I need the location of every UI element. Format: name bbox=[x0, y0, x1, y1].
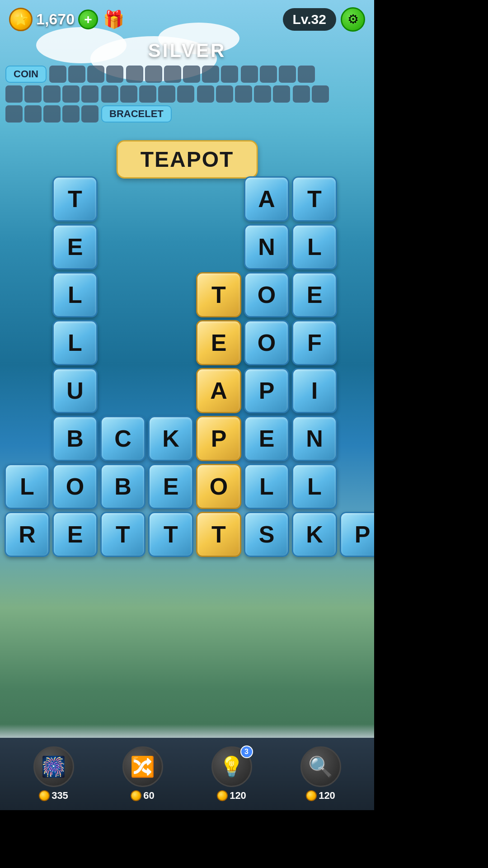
letter-tile-gold[interactable]: O bbox=[196, 464, 241, 509]
letter-tile[interactable]: T bbox=[148, 512, 193, 557]
letter-grid: T A T E N L L T O E L E O F bbox=[0, 176, 374, 560]
gift-icon[interactable]: 🎁 bbox=[102, 8, 125, 31]
rocket-tool-button[interactable]: 🎆 335 bbox=[33, 746, 74, 802]
slot bbox=[221, 66, 238, 83]
cost-coin-icon bbox=[306, 790, 317, 801]
magnifier-icon: 🔍 bbox=[300, 746, 341, 787]
tile-empty bbox=[5, 176, 50, 222]
coins-area: ⭐ 1,670 + 🎁 bbox=[9, 8, 125, 31]
settings-button[interactable]: ⚙ bbox=[341, 7, 365, 32]
word-group-4 bbox=[241, 66, 315, 83]
letter-tile[interactable]: L bbox=[52, 320, 98, 365]
slot bbox=[312, 85, 329, 103]
slot bbox=[81, 105, 99, 123]
letter-tile[interactable]: B bbox=[52, 416, 98, 461]
slot bbox=[24, 105, 42, 123]
slot bbox=[177, 85, 194, 103]
letter-tile-gold[interactable]: P bbox=[196, 416, 241, 461]
tile-empty bbox=[148, 176, 193, 222]
letter-tile[interactable]: L bbox=[5, 464, 50, 509]
magnifier-cost: 120 bbox=[306, 790, 335, 802]
hint-cost: 120 bbox=[217, 790, 246, 802]
grid-row-2: E N L bbox=[5, 224, 370, 269]
letter-tile[interactable]: L bbox=[292, 464, 337, 509]
letter-tile-gold[interactable]: E bbox=[196, 320, 241, 365]
tile-empty bbox=[340, 416, 374, 461]
word-group-6 bbox=[101, 85, 194, 103]
coin-count: 1,670 bbox=[36, 10, 75, 28]
tile-empty bbox=[5, 320, 50, 365]
slot bbox=[158, 85, 175, 103]
slot bbox=[216, 85, 233, 103]
letter-tile[interactable]: L bbox=[292, 224, 337, 269]
word-group-2 bbox=[49, 66, 123, 83]
letter-tile[interactable]: P bbox=[244, 368, 289, 413]
letter-tile[interactable]: B bbox=[100, 464, 145, 509]
letter-tile-gold[interactable]: T bbox=[196, 272, 241, 317]
tile-empty bbox=[340, 224, 374, 269]
slot bbox=[298, 66, 315, 83]
grid-row-7: L O B E O L L bbox=[5, 464, 370, 509]
letter-tile[interactable]: K bbox=[292, 512, 337, 557]
letter-tile[interactable]: O bbox=[52, 464, 98, 509]
slot bbox=[260, 66, 277, 83]
letter-tile[interactable]: N bbox=[292, 416, 337, 461]
shuffle-tool-button[interactable]: 🔀 60 bbox=[122, 746, 163, 802]
letter-tile[interactable]: T bbox=[52, 176, 98, 222]
tile-empty bbox=[100, 272, 145, 317]
slots-row-1: COIN bbox=[5, 66, 369, 83]
letter-tile[interactable]: N bbox=[244, 224, 289, 269]
slot bbox=[43, 85, 61, 103]
tile-empty bbox=[5, 368, 50, 413]
letter-tile[interactable]: K bbox=[148, 416, 193, 461]
tile-empty bbox=[5, 272, 50, 317]
slot bbox=[139, 85, 156, 103]
letter-tile[interactable]: E bbox=[244, 416, 289, 461]
hint-icon: 💡 3 bbox=[211, 746, 252, 787]
slot bbox=[273, 85, 290, 103]
slot bbox=[126, 66, 143, 83]
shuffle-cost: 60 bbox=[131, 790, 154, 802]
top-bar: ⭐ 1,670 + 🎁 Lv.32 ⚙ bbox=[0, 0, 374, 38]
word-slots: COIN bbox=[0, 66, 374, 125]
slot bbox=[62, 105, 80, 123]
letter-tile[interactable]: F bbox=[292, 320, 337, 365]
letter-tile[interactable]: E bbox=[148, 464, 193, 509]
grid-row-8: R E T T T S K P bbox=[5, 512, 370, 557]
letter-tile[interactable]: O bbox=[244, 272, 289, 317]
slot bbox=[254, 85, 271, 103]
letter-tile[interactable]: E bbox=[52, 512, 98, 557]
letter-tile[interactable]: A bbox=[244, 176, 289, 222]
letter-tile[interactable]: O bbox=[244, 320, 289, 365]
magnifier-tool-button[interactable]: 🔍 120 bbox=[300, 746, 341, 802]
slot bbox=[106, 66, 123, 83]
letter-tile[interactable]: C bbox=[100, 416, 145, 461]
slot bbox=[164, 66, 181, 83]
letter-tile[interactable]: I bbox=[292, 368, 337, 413]
add-coins-button[interactable]: + bbox=[78, 9, 98, 29]
slot bbox=[145, 66, 162, 83]
letter-tile[interactable]: E bbox=[52, 224, 98, 269]
letter-tile[interactable]: U bbox=[52, 368, 98, 413]
word-group-8 bbox=[293, 85, 329, 103]
grid-row-5: U A P I bbox=[5, 368, 370, 413]
letter-tile[interactable]: S bbox=[244, 512, 289, 557]
letter-tile-gold[interactable]: A bbox=[196, 368, 241, 413]
letter-tile[interactable]: L bbox=[52, 272, 98, 317]
letter-tile[interactable]: T bbox=[292, 176, 337, 222]
hint-tool-button[interactable]: 💡 3 120 bbox=[211, 746, 252, 802]
right-area: Lv.32 ⚙ bbox=[283, 7, 366, 32]
tile-empty bbox=[340, 464, 374, 509]
letter-tile[interactable]: E bbox=[292, 272, 337, 317]
letter-tile[interactable]: R bbox=[5, 512, 50, 557]
word-group-3 bbox=[126, 66, 238, 83]
tile-empty bbox=[148, 224, 193, 269]
hint-badge: 3 bbox=[240, 745, 253, 758]
letter-tile-gold[interactable]: T bbox=[196, 512, 241, 557]
letter-tile[interactable]: L bbox=[244, 464, 289, 509]
slot bbox=[293, 85, 310, 103]
letter-tile[interactable]: T bbox=[100, 512, 145, 557]
shuffle-icon: 🔀 bbox=[122, 746, 163, 787]
slot bbox=[101, 85, 118, 103]
letter-tile[interactable]: P bbox=[340, 512, 374, 557]
